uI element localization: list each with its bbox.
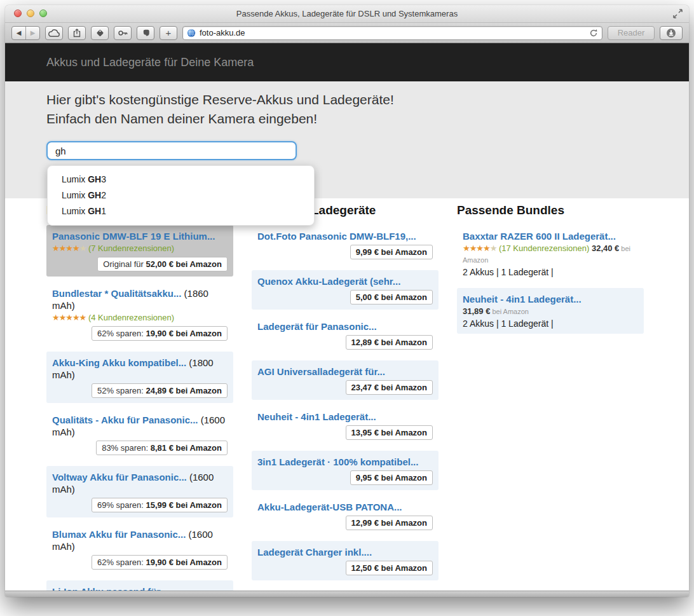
reviews-link[interactable]: (17 Kundenrezensionen) <box>499 243 589 253</box>
star-rating-icon: ★★★★★ <box>52 313 86 322</box>
window-bottom-edge[interactable] <box>5 591 689 597</box>
product-row[interactable]: Akku-Ladegerät-USB PATONA... 12,99 € bei… <box>252 496 439 535</box>
column-bundles-title: Passende Bundles <box>457 203 644 217</box>
product-row[interactable]: Ladegerät Charger inkl.... 12,50 € bei A… <box>252 541 439 580</box>
product-row[interactable]: Qualitäts - Akku für Panasonic... (1600 … <box>46 409 233 460</box>
suggestion-suffix: 2 <box>101 190 106 200</box>
reload-icon[interactable] <box>589 29 598 38</box>
suggestion-suffix: 1 <box>101 206 106 216</box>
price-label: 62% sparen: <box>97 329 146 338</box>
product-row[interactable]: Ladegerät für Panasonic... 12,89 € bei A… <box>252 315 439 355</box>
new-tab-button[interactable]: + <box>160 26 177 40</box>
product-link[interactable]: Quenox Akku-Ladegerät (sehr... <box>257 276 400 287</box>
price-badge[interactable]: 12,99 € bei Amazon <box>346 516 433 530</box>
nav-buttons: ◀ ▶ <box>11 26 40 40</box>
product-link[interactable]: AGI Universalladegerät für... <box>257 366 385 377</box>
suggestion-item[interactable]: Lumix GH1 <box>48 203 314 219</box>
column-ladegeraete: Passende Ladegeräte Dot.Foto Panasonic D… <box>252 203 439 591</box>
price-badge[interactable]: Original für 52,00 € bei Amazon <box>97 257 228 271</box>
product-link[interactable]: Akku-King Akku kompatibel... <box>52 357 186 368</box>
price-badge[interactable]: 83% sparen: 8,81 € bei Amazon <box>96 441 228 455</box>
safari-window: Passende Akkus, Ladegeräte für DSLR und … <box>5 5 689 597</box>
product-row[interactable]: Voltway Akku für Panasonic... (1600 mAh)… <box>46 466 233 517</box>
column-akkus: Passende Akkus Panasonic DMW-BLF 19 E Li… <box>46 203 233 591</box>
price-badge[interactable]: 62% sparen: 19,90 € bei Amazon <box>92 326 228 341</box>
price-badge[interactable]: 52% sparen: 24,89 € bei Amazon <box>92 383 228 398</box>
address-bar[interactable]: foto-akku.de <box>182 26 602 40</box>
price-badge[interactable]: 12,89 € bei Amazon <box>346 335 433 350</box>
fullscreen-icon[interactable] <box>672 8 683 19</box>
back-button[interactable]: ◀ <box>12 27 25 39</box>
price-badge[interactable]: 62% sparen: 19,90 € bei Amazon <box>92 555 228 570</box>
tag-icon <box>95 28 105 38</box>
suggestion-prefix: Lumix <box>62 190 88 200</box>
browser-viewport: Akkus und Ladegeräte für Deine Kamera Hi… <box>5 43 689 591</box>
reviews-link[interactable]: (4 Kundenrezensionen) <box>88 313 174 322</box>
suggestion-item[interactable]: Lumix GH3 <box>48 172 314 188</box>
product-row[interactable]: Quenox Akku-Ladegerät (sehr... 5,00 € be… <box>252 270 439 310</box>
product-row[interactable]: AGI Universalladegerät für... 23,47 € be… <box>252 360 439 400</box>
price-badge[interactable]: 69% sparen: 15,99 € bei Amazon <box>92 498 228 512</box>
bundle-row[interactable]: Neuheit - 4in1 Ladegerät... 31,89 € bei … <box>457 288 644 334</box>
star-rating-icon: ★★★★ <box>463 243 490 253</box>
bundle-contents: 2 Akkus | 1 Ladegerät | <box>463 318 638 329</box>
camera-search-input[interactable] <box>46 141 297 160</box>
price-label: 83% sparen: <box>102 443 151 453</box>
price-value: 9,95 € bei Amazon <box>356 473 427 483</box>
price-label: Original für <box>103 259 146 269</box>
product-link[interactable]: Baxxtar RAZER 600 II Ladegerät... <box>463 231 616 242</box>
suggestion-match: GH <box>88 206 101 216</box>
suggestion-match: GH <box>88 174 101 184</box>
price-badge[interactable]: 9,95 € bei Amazon <box>350 470 433 485</box>
price-badge[interactable]: 5,00 € bei Amazon <box>350 290 433 305</box>
product-link[interactable]: Qualitäts - Akku für Panasonic... <box>52 414 198 425</box>
product-row[interactable]: Neuheit - 4in1 Ladegerät... 13,95 € bei … <box>252 406 439 445</box>
site-header-title: Akkus und Ladegeräte für Deine Kamera <box>46 56 254 69</box>
key-extension-button[interactable] <box>114 26 132 40</box>
star-rating-icon: ★★★★ <box>52 243 79 253</box>
price-badge[interactable]: 13,95 € bei Amazon <box>346 425 433 440</box>
bundle-row[interactable]: Baxxtar RAZER 600 II Ladegerät... ★★★★★ … <box>457 225 644 282</box>
product-link[interactable]: Ladegerät Charger inkl.... <box>257 547 372 558</box>
product-link[interactable]: Dot.Foto Panasonic DMW-BLF19,... <box>257 231 416 242</box>
downloads-button[interactable] <box>660 26 683 40</box>
product-link[interactable]: Voltway Akku für Panasonic... <box>52 472 187 483</box>
product-link[interactable]: Li-Ion Akku passend für... <box>52 586 168 591</box>
product-link[interactable]: 3in1 Ladegerät · 100% kompatibel... <box>257 456 418 467</box>
product-row[interactable]: Li-Ion Akku passend für... 75% sparen: 1… <box>46 580 233 591</box>
product-link[interactable]: Bundlestar * Qualitätsakku... <box>52 288 181 299</box>
product-row[interactable]: Bundlestar * Qualitätsakku... (1860 mAh)… <box>46 282 233 346</box>
product-link[interactable]: Neuheit - 4in1 Ladegerät... <box>463 294 582 305</box>
plus-icon: + <box>166 27 172 38</box>
suggestion-item[interactable]: Lumix GH2 <box>48 188 314 203</box>
product-link[interactable]: Panasonic DMW-BLF 19 E Lithium... <box>52 231 215 242</box>
price-value: 12,89 € bei Amazon <box>351 338 427 347</box>
product-link[interactable]: Neuheit - 4in1 Ladegerät... <box>257 411 376 422</box>
price-label: 52% sparen: <box>97 386 146 395</box>
share-icon <box>72 28 82 38</box>
column-bundles: Passende Bundles Baxxtar RAZER 600 II La… <box>457 203 644 591</box>
price-value: 15,99 € bei Amazon <box>146 500 222 510</box>
price-badge[interactable]: 9,99 € bei Amazon <box>350 245 433 259</box>
tag-extension-button[interactable] <box>91 26 109 40</box>
share-button[interactable] <box>68 26 86 40</box>
back-icon: ◀ <box>17 29 22 36</box>
product-link[interactable]: Ladegerät für Panasonic... <box>257 321 377 332</box>
product-row[interactable]: Dot.Foto Panasonic DMW-BLF19,... 9,99 € … <box>252 225 439 264</box>
icloud-tabs-button[interactable] <box>45 26 63 40</box>
product-link[interactable]: Blumax Akku für Panasonic... <box>52 529 186 540</box>
suggestion-prefix: Lumix <box>62 206 88 216</box>
price-badge[interactable]: 23,47 € bei Amazon <box>346 380 433 395</box>
forward-button[interactable]: ▶ <box>25 27 39 39</box>
product-link[interactable]: Akku-Ladegerät-USB PATONA... <box>257 502 402 512</box>
product-row[interactable]: Akku-King Akku kompatibel... (1800 mAh) … <box>46 352 233 403</box>
reviews-link[interactable]: (7 Kundenrezensionen) <box>88 243 174 253</box>
product-row[interactable]: 3in1 Ladegerät · 100% kompatibel... 9,95… <box>252 451 439 490</box>
product-row[interactable]: Panasonic DMW-BLF 19 E Lithium... ★★★★★ … <box>46 225 233 277</box>
window-titlebar[interactable]: Passende Akkus, Ladegeräte für DSLR und … <box>5 5 689 23</box>
product-row[interactable]: Blumax Akku für Panasonic... (1600 mAh) … <box>46 523 233 575</box>
price-value: 8,81 € bei Amazon <box>151 443 222 453</box>
reader-button[interactable]: Reader <box>608 26 655 40</box>
price-badge[interactable]: 12,50 € bei Amazon <box>346 561 433 575</box>
evernote-extension-button[interactable] <box>137 26 154 40</box>
